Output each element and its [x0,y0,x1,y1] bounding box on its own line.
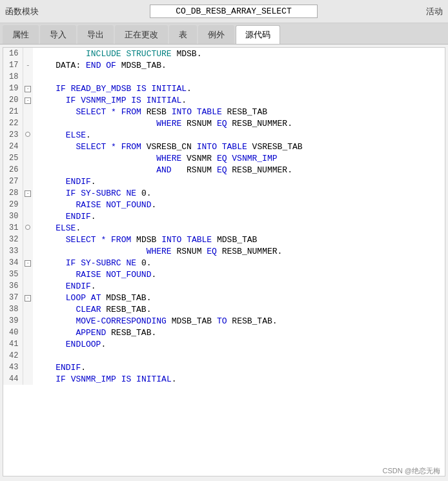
fold-icon[interactable]: - [25,86,31,92]
code-table: 16 INCLUDE STRUCTURE MDSB.17- DATA: END … [3,48,445,385]
line-number: 27 [3,176,23,187]
line-number: 38 [3,303,23,315]
line-number: 42 [3,350,23,362]
fold-col[interactable]: - [23,94,33,106]
top-bar: 函数模块 CO_DB_RESB_ARRAY_SELECT 活动 [0,0,448,23]
line-number: 20 [3,94,23,106]
fold-col [23,350,33,362]
fold-col[interactable]: - [23,257,33,269]
table-row: 22 WHERE RSNUM EQ RESB_NUMMER. [3,118,445,129]
tab-source-code[interactable]: 源代码 [236,25,280,44]
code-line[interactable]: RAISE NOT_FOUND. [33,199,445,210]
code-line[interactable]: DATA: END OF MDSB_TAB. [33,59,445,71]
table-row: 18 [3,71,445,83]
fold-col[interactable]: - [23,187,33,199]
func-name-box: CO_DB_RESB_ARRAY_SELECT [150,5,318,18]
line-number: 17 [3,59,23,71]
code-line[interactable] [33,350,445,362]
fold-col [23,152,33,164]
fold-col [23,48,33,59]
code-line[interactable]: ENDIF. [33,362,445,373]
code-line[interactable]: ELSE. [33,129,445,141]
code-line[interactable]: IF VSNMR_IMP IS INITIAL. [33,373,445,385]
table-row: 19- IF READ_BY_MDSB IS INITIAL. [3,83,445,94]
line-number: 25 [3,152,23,164]
code-line[interactable]: SELECT * FROM MDSB INTO TABLE MDSB_TAB [33,234,445,245]
line-number: 18 [3,71,23,83]
fold-icon[interactable]: - [25,97,31,104]
code-line[interactable]: SELECT * FROM RESB INTO TABLE RESB_TAB [33,106,445,118]
line-number: 41 [3,338,23,350]
tab-exceptions[interactable]: 例外 [198,25,234,44]
code-line[interactable]: SELECT * FROM VSRESB_CN INTO TABLE VSRES… [33,141,445,152]
code-line[interactable]: AND RSNUM EQ RESB_NUMMER. [33,164,445,176]
line-number: 43 [3,362,23,373]
code-line[interactable]: IF VSNMR_IMP IS INITIAL. [33,94,445,106]
tab-import[interactable]: 导入 [40,25,76,44]
code-line[interactable]: WHERE RSNUM EQ RESB_NUMMER. [33,118,445,129]
code-line[interactable]: APPEND RESB_TAB. [33,327,445,338]
code-line[interactable]: IF READ_BY_MDSB IS INITIAL. [33,83,445,94]
fold-col[interactable] [23,222,33,234]
tab-bar: 属性 导入 导出 正在更改 表 例外 源代码 [0,23,448,45]
table-row: 40 APPEND RESB_TAB. [3,327,445,338]
fold-icon[interactable]: - [25,260,31,267]
tab-properties[interactable]: 属性 [3,25,39,44]
fold-col[interactable] [23,129,33,141]
fold-col [23,176,33,187]
line-number: 31 [3,222,23,234]
fold-col [23,373,33,385]
fold-col[interactable]: - [23,59,33,71]
code-line[interactable]: ELSE. [33,222,445,234]
fold-icon[interactable]: - [25,190,31,197]
tab-changing[interactable]: 正在更改 [115,25,168,44]
fold-dash: - [26,61,30,69]
table-row: 16 INCLUDE STRUCTURE MDSB. [3,48,445,59]
table-row: 32 SELECT * FROM MDSB INTO TABLE MDSB_TA… [3,234,445,245]
table-row: 38 CLEAR RESB_TAB. [3,303,445,315]
table-row: 23 ELSE. [3,129,445,141]
dot-icon [25,225,30,230]
table-row: 24 SELECT * FROM VSRESB_CN INTO TABLE VS… [3,141,445,152]
code-line[interactable]: ENDIF. [33,176,445,187]
fold-col [23,199,33,210]
fold-col[interactable]: - [23,83,33,94]
table-row: 31 ELSE. [3,222,445,234]
table-row: 42 [3,350,445,362]
line-number: 37 [3,292,23,303]
code-line[interactable]: ENDIF. [33,280,445,292]
table-row: 33 WHERE RSNUM EQ RESB_NUMMER. [3,245,445,257]
code-line[interactable]: IF SY-SUBRC NE 0. [33,187,445,199]
code-line[interactable]: WHERE RSNUM EQ RESB_NUMMER. [33,245,445,257]
fold-col [23,71,33,83]
fold-col [23,362,33,373]
fold-col [23,141,33,152]
code-line[interactable]: CLEAR RESB_TAB. [33,303,445,315]
tab-export[interactable]: 导出 [77,25,114,44]
line-number: 39 [3,315,23,327]
code-line[interactable]: RAISE NOT_FOUND. [33,269,445,280]
table-row: 26 AND RSNUM EQ RESB_NUMMER. [3,164,445,176]
line-number: 26 [3,164,23,176]
code-line[interactable]: IF SY-SUBRC NE 0. [33,257,445,269]
fold-col [23,106,33,118]
code-line[interactable]: INCLUDE STRUCTURE MDSB. [33,48,445,59]
fold-col [23,245,33,257]
code-line[interactable] [33,71,445,83]
fold-col [23,338,33,350]
line-number: 16 [3,48,23,59]
code-line[interactable]: LOOP AT MDSB_TAB. [33,292,445,303]
table-row: 17- DATA: END OF MDSB_TAB. [3,59,445,71]
fold-col[interactable]: - [23,292,33,303]
tab-tables[interactable]: 表 [169,25,197,44]
line-number: 32 [3,234,23,245]
code-line[interactable]: WHERE VSNMR EQ VSNMR_IMP [33,152,445,164]
line-number: 24 [3,141,23,152]
code-line[interactable]: MOVE-CORRESPONDING MDSB_TAB TO RESB_TAB. [33,315,445,327]
code-line[interactable]: ENDLOOP. [33,338,445,350]
fold-icon[interactable]: - [25,295,31,302]
fold-col [23,327,33,338]
line-number: 29 [3,199,23,210]
line-number: 34 [3,257,23,269]
code-line[interactable]: ENDIF. [33,210,445,222]
